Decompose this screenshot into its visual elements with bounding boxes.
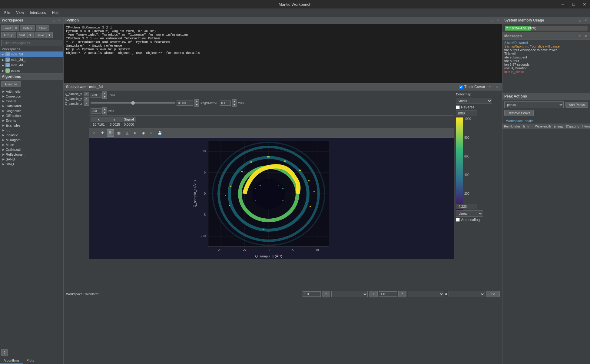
workspaces-float-btn[interactable]: □ (51, 18, 56, 23)
colormap-min-input[interactable] (456, 204, 477, 209)
algo-events[interactable]: ▶ Events (0, 118, 63, 123)
help-button[interactable]: ? (1, 349, 8, 356)
peaks-table-scroll[interactable]: RunNumber h k l Wavelength Energy DSpaci… (502, 124, 590, 190)
peak-workspace-select[interactable]: peaks (504, 101, 564, 108)
algo-crystal[interactable]: ▶ Crystal (0, 99, 63, 104)
reverse-checkbox[interactable] (456, 105, 460, 109)
calc-go-button[interactable]: Go (486, 291, 500, 297)
calc-op3[interactable]: * (398, 291, 406, 297)
calc-val1[interactable] (303, 291, 321, 297)
filter-workspaces-input[interactable] (1, 40, 65, 46)
load-button[interactable]: Load (1, 25, 13, 31)
clear-button[interactable]: Clear (36, 25, 49, 31)
menu-view[interactable]: View (13, 9, 27, 16)
dim-y-slider[interactable] (91, 102, 175, 104)
execute-button[interactable]: Execute (1, 81, 21, 87)
save-button[interactable]: Save (35, 32, 46, 38)
workspace-item-peaks[interactable]: ▶ T peaks (0, 68, 63, 73)
dim-y-val-down[interactable]: ▼ (194, 103, 199, 107)
ipython-float-btn[interactable]: □ (490, 18, 495, 23)
remove-peaks-button[interactable]: Remove Peaks (504, 110, 534, 116)
col-runnumber[interactable]: RunNumber (503, 124, 522, 129)
bins-x-up[interactable]: ▲ (102, 91, 107, 95)
plot-canvas[interactable]: 10 5 0 -5 -10 -10 -5 0 5 10 (89, 138, 454, 259)
col-h[interactable]: h (522, 124, 526, 129)
ipython-close-btn[interactable]: ✕ (496, 18, 500, 23)
bins-z-up[interactable]: ▲ (102, 107, 107, 111)
tool-zoom[interactable]: 🔍 (107, 129, 114, 137)
tool-triangle[interactable]: △ (123, 129, 131, 137)
dim-y-x-btn[interactable]: X (84, 97, 89, 101)
calc-op2[interactable]: + (369, 291, 378, 297)
algo-sinq[interactable]: ▶ SINQ (0, 162, 63, 167)
maximize-button[interactable]: □ (568, 0, 579, 8)
menu-help[interactable]: Help (49, 9, 63, 16)
col-intens[interactable]: Intens... (581, 124, 590, 129)
tool-dots[interactable]: ◉ (140, 129, 147, 137)
workspace-item-mde4d[interactable]: ▶ M mde_4d... (0, 62, 63, 68)
algo-arithmetic[interactable]: ▶ Arithmetic (0, 89, 63, 94)
colormap-select[interactable]: viridis plasma inferno magma (456, 98, 492, 104)
scale-type-select[interactable]: Linear Log Power (456, 210, 483, 217)
thick-up[interactable]: ▲ (232, 99, 237, 103)
workspace-item-mde3d[interactable]: ▶ M mde_3d (0, 51, 63, 57)
calc-op1[interactable]: * (322, 291, 330, 297)
menu-interfaces[interactable]: Interfaces (27, 9, 49, 16)
algo-mdalgor[interactable]: ▶ MDAlgorit... (0, 137, 63, 142)
tab-plots[interactable]: Plots (23, 357, 38, 364)
tool-exchange[interactable]: ⇔ (131, 129, 139, 137)
messages-close-btn[interactable]: ✕ (583, 34, 588, 38)
memory-float-btn[interactable]: □ (578, 18, 583, 23)
bins-x-down[interactable]: ▼ (102, 95, 107, 99)
load-arrow-button[interactable]: ▼ (13, 25, 19, 31)
ipython-content[interactable]: IPython QtConsole 3.2.1 Python 3.6.8 (de… (64, 24, 502, 83)
tool-cut[interactable]: ✁ (148, 129, 155, 137)
dim-y-val-up[interactable]: ▲ (194, 99, 199, 103)
messages-float-btn[interactable]: □ (578, 34, 583, 38)
col-wavelength[interactable]: Wavelength (534, 124, 552, 129)
tool-move[interactable]: ✚ (99, 129, 106, 137)
sort-arrow-button[interactable]: ▼ (27, 32, 34, 38)
workspace-item-mde3d2[interactable]: ▶ M mde_3d_... (0, 57, 63, 62)
dim-x-x-btn[interactable]: X (84, 92, 89, 96)
tool-grid[interactable]: ▦ (115, 129, 122, 137)
col-energy[interactable]: Energy (552, 124, 565, 129)
group-button[interactable]: Group (1, 32, 16, 38)
algo-muon[interactable]: ▶ Muon (0, 142, 63, 147)
bins-x-input[interactable] (91, 93, 101, 98)
algo-correction[interactable]: ▶ Correction (0, 94, 63, 99)
algo-optimizati[interactable]: ▶ Optimizati... (0, 147, 63, 152)
algo-examples[interactable]: ▶ Examples (0, 123, 63, 128)
track-cursor-checkbox[interactable] (459, 85, 463, 89)
sv-float-btn[interactable]: □ (488, 84, 492, 89)
memory-close-btn[interactable]: ✕ (583, 18, 588, 23)
add-peaks-button[interactable]: Add Peaks (565, 102, 588, 108)
tab-algorithms[interactable]: Algorithms (0, 357, 23, 364)
autoscale-checkbox[interactable] (456, 218, 460, 222)
col-dspacing[interactable]: DSpacing (565, 124, 580, 129)
delete-button[interactable]: Delete (20, 25, 35, 31)
algo-ill[interactable]: ▶ ILL (0, 128, 63, 133)
minimize-button[interactable]: – (557, 0, 568, 8)
algo-reflectome[interactable]: ▶ Reflectome... (0, 152, 63, 157)
colormap-max-input[interactable] (456, 111, 477, 116)
tool-home[interactable]: ⌂ (91, 129, 98, 137)
menu-file[interactable]: File (1, 9, 13, 16)
close-button[interactable]: ✕ (579, 0, 590, 8)
algo-diffraction[interactable]: ▶ Diffraction (0, 113, 63, 118)
calc-val2[interactable] (379, 291, 397, 297)
calc-ws1-select[interactable] (331, 291, 368, 297)
sv-close-btn[interactable]: ✕ (495, 84, 500, 89)
algo-sans[interactable]: ▶ SANS (0, 157, 63, 162)
dim-y-value-input[interactable] (177, 101, 193, 106)
algo-inelastic[interactable]: ▶ Inelastic (0, 133, 63, 137)
col-l[interactable]: l (530, 124, 534, 129)
calc-result-select[interactable] (449, 291, 485, 297)
sort-button[interactable]: Sort (17, 32, 27, 38)
save-arrow-button[interactable]: ▼ (46, 32, 53, 38)
workspaces-close-btn[interactable]: ✕ (57, 18, 61, 23)
thick-input[interactable] (220, 101, 231, 106)
calc-ws2-select[interactable] (408, 291, 444, 297)
algo-diagnostic[interactable]: ▶ Diagnostic (0, 108, 63, 113)
tool-save[interactable]: 💾 (156, 129, 163, 137)
